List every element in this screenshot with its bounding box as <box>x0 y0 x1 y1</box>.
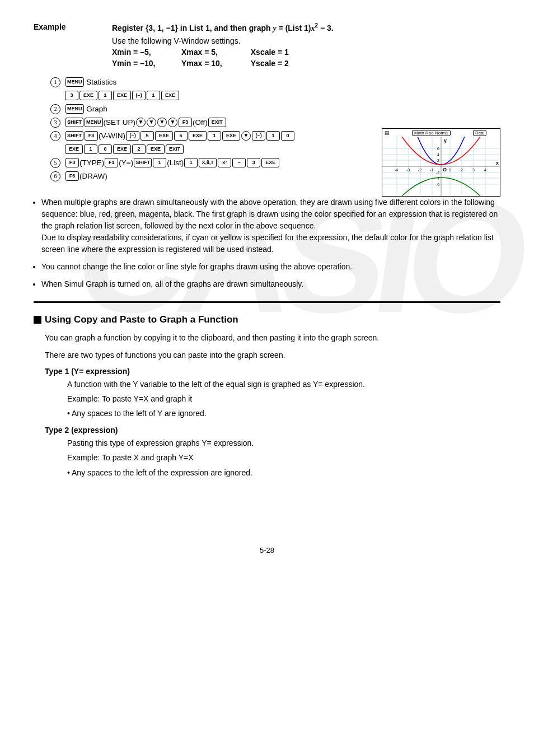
key-exe: EXE <box>65 144 83 154</box>
calc-real-badge: Real <box>473 130 486 136</box>
page-number: 5-28 <box>34 546 500 554</box>
type1-line2: Example: To paste Y=X and graph it <box>67 393 500 405</box>
step-6-draw: (DRAW) <box>79 172 107 180</box>
example-headline: Register {3, 1, −1} in List 1, and then … <box>112 22 334 33</box>
type1-head: Type 1 (Y= expression) <box>45 367 500 376</box>
step-number-5: 5 <box>50 158 60 168</box>
key-down: ▼ <box>157 118 167 127</box>
key-exit: EXIT <box>166 144 184 154</box>
key-neg: (−) <box>132 91 146 100</box>
key-down: ▼ <box>241 131 251 141</box>
svg-text:-4: -4 <box>395 168 398 172</box>
vw-ymin: Ymin = –10, <box>112 59 179 68</box>
key-exe: EXE <box>113 91 131 100</box>
vw-xscale: Xscale = 1 <box>251 48 318 57</box>
step-2-text: Graph <box>86 105 107 113</box>
step-5-yeq: (Y=) <box>119 158 133 167</box>
svg-text:4: 4 <box>484 168 486 172</box>
example-subline: Use the following V-Window settings. <box>112 36 500 45</box>
step-5-list: (List) <box>167 158 184 167</box>
svg-text:-6: -6 <box>436 183 439 186</box>
type2-head: Type 2 (expression) <box>45 426 500 435</box>
key-2: 2 <box>132 144 146 154</box>
square-icon <box>34 316 41 324</box>
step-number-2: 2 <box>50 104 60 114</box>
key-f3: F3 <box>179 118 192 127</box>
step-number-6: 6 <box>50 171 60 181</box>
section-title: Using Copy and Paste to Graph a Function <box>34 314 500 325</box>
type1-bullet: • Any spaces to the left of Y are ignore… <box>67 407 500 419</box>
key-1: 1 <box>208 131 221 141</box>
step-3: 3 SHIFT MENU (SET UP) ▼ ▼ ▼ ▼ F3 (Off) E… <box>50 117 500 128</box>
step-3-setup: (SET UP) <box>104 118 136 127</box>
key-1: 1 <box>266 131 280 141</box>
type1-line1: A function with the Y variable to the le… <box>67 378 500 390</box>
type2-bullet: • Any spaces to the left of the expressi… <box>67 466 500 479</box>
svg-text:-1: -1 <box>430 168 433 172</box>
step-1-keys: 3 EXE 1 EXE (−) 1 EXE <box>64 90 500 101</box>
key-neg: (−) <box>126 131 139 141</box>
step-number-4: 4 <box>50 131 60 141</box>
key-down: ▼ <box>147 118 156 127</box>
key-exe: EXE <box>113 144 131 154</box>
key-f1: F1 <box>105 158 118 167</box>
key-neg: (−) <box>252 131 265 141</box>
step-5-type: (TYPE) <box>79 158 104 167</box>
example-label: Example <box>34 22 112 33</box>
note-bullet-1: When multiple graphs are drawn simultane… <box>41 197 500 255</box>
step-2: 2 MENU Graph <box>50 104 500 115</box>
vw-ymax: Ymax = 10, <box>181 59 249 68</box>
key-exe: EXE <box>222 131 240 141</box>
calc-mode-badge: Math Rad Norm1 <box>412 130 451 136</box>
key-xtheta: X,θ,T <box>199 158 217 167</box>
key-shift: SHIFT <box>65 118 83 127</box>
key-exit: EXIT <box>208 118 226 127</box>
svg-text:x: x <box>496 160 499 166</box>
key-shift: SHIFT <box>134 158 152 167</box>
key-1: 1 <box>184 158 198 167</box>
svg-text:O: O <box>443 167 447 172</box>
svg-text:6: 6 <box>437 147 439 151</box>
key-1: 1 <box>153 158 166 167</box>
key-f3: F3 <box>65 158 79 167</box>
key-menu: MENU <box>65 77 84 87</box>
key-exe: EXE <box>147 144 165 154</box>
type2-line2: Example: To paste X and graph Y=X <box>67 451 500 464</box>
svg-text:1: 1 <box>449 168 451 172</box>
key-0: 0 <box>99 144 112 154</box>
key-exe: EXE <box>79 91 97 100</box>
svg-text:-2: -2 <box>436 171 439 175</box>
svg-text:3: 3 <box>472 168 475 172</box>
svg-text:2: 2 <box>437 158 439 162</box>
svg-text:-2: -2 <box>418 168 421 172</box>
key-f6: F6 <box>65 171 79 181</box>
key-menu: MENU <box>65 104 84 114</box>
key-exe: EXE <box>161 91 179 100</box>
key-5: 5 <box>174 131 188 141</box>
section2-p1: You can graph a function by copying it t… <box>45 332 500 344</box>
key-exe: EXE <box>155 131 173 141</box>
step-3-off: (Off) <box>193 118 208 127</box>
type2-line1: Pasting this type of expression graphs Y… <box>67 437 500 449</box>
key-shift: SHIFT <box>65 131 83 141</box>
calculator-display: ▤ Math Rad Norm1 Real y x <box>382 128 500 197</box>
note-bullet-3: When Simul Graph is turned on, all of th… <box>41 278 500 290</box>
step-1: 1 MENU Statistics <box>50 77 500 88</box>
vw-xmax: Xmax = 5, <box>181 48 249 57</box>
key-3: 3 <box>247 158 260 167</box>
key-0: 0 <box>281 131 294 141</box>
svg-text:y: y <box>444 138 447 143</box>
step-1-text: Statistics <box>86 78 116 86</box>
section2-p2: There are two types of functions you can… <box>45 349 500 361</box>
note-bullet-2: You cannot change the line color or line… <box>41 261 500 273</box>
key-5: 5 <box>140 131 154 141</box>
vw-xmin: Xmin = –5, <box>112 48 179 57</box>
key-3: 3 <box>65 91 78 100</box>
section-divider <box>34 301 500 303</box>
key-exe: EXE <box>189 131 207 141</box>
key-x2: x² <box>218 158 231 167</box>
key-f3: F3 <box>85 131 98 141</box>
key-minus: − <box>232 158 246 167</box>
vw-yscale: Yscale = 2 <box>251 59 318 68</box>
calc-graph-area: y x O -4-3 -2-1 12 34 64 2-2 -4-6 <box>382 137 500 196</box>
